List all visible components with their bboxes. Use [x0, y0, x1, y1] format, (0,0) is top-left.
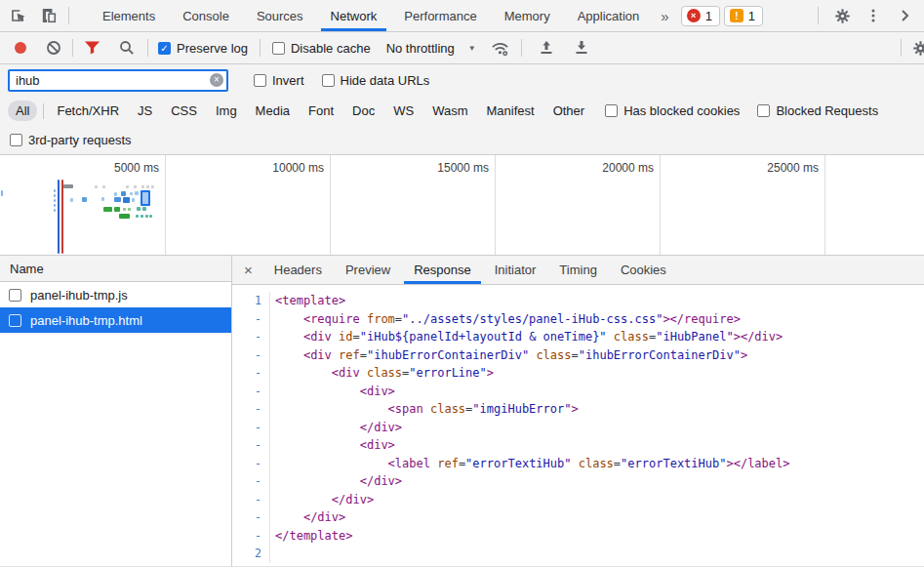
blocked-requests-checkbox[interactable]: Blocked Requests [757, 103, 878, 118]
request-list-name-header[interactable]: Name [0, 256, 231, 282]
checkbox-unchecked-icon [10, 134, 22, 146]
detail-tab-response[interactable]: Response [402, 256, 483, 284]
blocked-requests-label: Blocked Requests [776, 103, 878, 118]
type-chip-media[interactable]: Media [256, 101, 290, 121]
invert-checkbox[interactable]: Invert [254, 73, 304, 88]
code-line: - <span class="imgiHubError"> [232, 400, 924, 419]
tab-memory[interactable]: Memory [491, 0, 564, 31]
tab-network[interactable]: Network [317, 0, 391, 31]
more-tabs-chevron-icon[interactable]: » [653, 8, 676, 24]
network-conditions-icon[interactable] [488, 36, 513, 60]
network-overview-timeline[interactable]: 5000 ms10000 ms15000 ms20000 ms25000 ms [0, 155, 924, 256]
detail-tab-cookies[interactable]: Cookies [609, 256, 678, 284]
checkbox-unchecked-icon [605, 104, 618, 117]
line-number: - [232, 400, 270, 419]
tab-application[interactable]: Application [564, 0, 654, 31]
main-tabbar-tabs: ElementsConsoleSourcesNetworkPerformance… [89, 0, 653, 31]
type-chip-wasm[interactable]: Wasm [432, 101, 467, 121]
type-chip-js[interactable]: JS [138, 101, 152, 121]
network-filter-row: × Invert Hide data URLs [0, 64, 924, 96]
disable-cache-checkbox[interactable]: Disable cache [272, 41, 371, 56]
dock-side-chevron-icon[interactable] [891, 3, 918, 28]
type-chip-manifest[interactable]: Manifest [486, 101, 534, 121]
network-settings-gear-icon[interactable] [907, 36, 924, 60]
kebab-menu-icon[interactable] [860, 3, 887, 28]
line-number: - [232, 455, 270, 473]
timeline-activity-mark [141, 190, 150, 206]
detail-tab-headers[interactable]: Headers [262, 256, 334, 284]
timeline-activity-mark [134, 185, 137, 188]
code-text: </div> [270, 419, 402, 437]
clear-network-log-button[interactable] [41, 36, 66, 60]
export-har-icon[interactable] [569, 36, 594, 60]
third-party-requests-checkbox[interactable]: 3rd-party requests [10, 133, 132, 147]
settings-gear-icon[interactable] [828, 3, 856, 28]
code-line: -</template> [232, 527, 924, 546]
type-chip-all[interactable]: All [8, 101, 37, 121]
detail-tab-initiator[interactable]: Initiator [483, 256, 548, 284]
throttling-dropdown[interactable]: No throttling ▼ [386, 41, 476, 56]
timeline-activity-mark [121, 191, 126, 196]
timeline-activity-mark [141, 185, 144, 188]
chip-separator [43, 103, 44, 119]
tab-elements[interactable]: Elements [89, 0, 169, 31]
has-blocked-cookies-checkbox[interactable]: Has blocked cookies [605, 103, 740, 118]
type-chip-css[interactable]: CSS [171, 101, 197, 121]
divider [72, 39, 73, 57]
code-line: - <div id="iHub${panelId+layoutId & oneT… [232, 328, 924, 346]
type-chip-font[interactable]: Font [308, 101, 334, 121]
line-number: - [232, 364, 270, 383]
request-checkbox[interactable] [9, 289, 21, 302]
warning-count-badge[interactable]: ! 1 [724, 6, 763, 26]
timeline-activity-mark [151, 185, 154, 188]
device-toolbar-icon[interactable] [35, 3, 62, 28]
close-detail-icon[interactable]: × [232, 262, 262, 278]
clear-filter-icon[interactable]: × [210, 73, 223, 87]
timeline-activity-mark [101, 197, 104, 201]
detail-tab-preview[interactable]: Preview [334, 256, 402, 284]
code-text: <span class="imgiHubError"> [270, 400, 579, 419]
filter-funnel-button[interactable] [79, 36, 104, 60]
code-text: <div> [270, 383, 395, 401]
tab-console[interactable]: Console [169, 0, 243, 31]
hide-data-urls-checkbox[interactable]: Hide data URLs [322, 73, 430, 88]
timeline-activity-mark [54, 204, 56, 207]
detail-tab-timing[interactable]: Timing [547, 256, 609, 284]
timeline-tick-label: 5000 ms [97, 161, 159, 175]
checkbox-unchecked-icon [757, 104, 770, 117]
timeline-activity-mark [70, 198, 73, 202]
preserve-log-label: Preserve log [177, 41, 248, 56]
code-line: - <div> [232, 436, 924, 455]
timeline-tick-label: 20000 ms [591, 161, 654, 175]
detail-tabs: HeadersPreviewResponseInitiatorTimingCoo… [262, 256, 678, 284]
import-har-icon[interactable] [534, 36, 559, 60]
type-chip-img[interactable]: Img [216, 101, 237, 121]
throttling-value: No throttling [386, 41, 455, 56]
tab-performance[interactable]: Performance [390, 0, 490, 31]
tab-sources[interactable]: Sources [243, 0, 317, 31]
toolbar-right-controls [895, 36, 924, 60]
divider [521, 39, 522, 57]
timeline-activity-mark [135, 191, 139, 195]
timeline-activity-mark [114, 197, 121, 202]
preserve-log-checkbox[interactable]: ✓ Preserve log [158, 41, 248, 56]
request-row-panel-ihub-tmp-html[interactable]: panel-ihub-tmp.html [0, 307, 231, 333]
response-code-viewer[interactable]: 1<template>- <require from="../assets/st… [232, 285, 924, 567]
request-row-panel-ihub-tmp-js[interactable]: panel-ihub-tmp.js [0, 282, 231, 307]
type-chip-ws[interactable]: WS [393, 101, 414, 121]
checkbox-unchecked-icon [254, 74, 266, 87]
type-chip-other[interactable]: Other [553, 101, 585, 121]
filter-input[interactable] [8, 69, 228, 92]
record-network-log-button[interactable] [8, 36, 33, 60]
code-line: 1<template> [232, 292, 924, 310]
search-button[interactable] [114, 36, 140, 60]
code-line: - </div> [232, 472, 924, 491]
request-checkbox[interactable] [9, 314, 21, 327]
error-count-badge[interactable]: × 1 [681, 6, 720, 26]
inspect-element-icon[interactable] [4, 3, 31, 28]
type-chip-fetch-xhr[interactable]: Fetch/XHR [57, 101, 119, 121]
timeline-activity-mark [114, 192, 117, 196]
timeline-activity-mark [54, 189, 56, 192]
code-text: <label ref="errorTextiHub" class="errorT… [270, 455, 789, 473]
type-chip-doc[interactable]: Doc [352, 101, 375, 121]
